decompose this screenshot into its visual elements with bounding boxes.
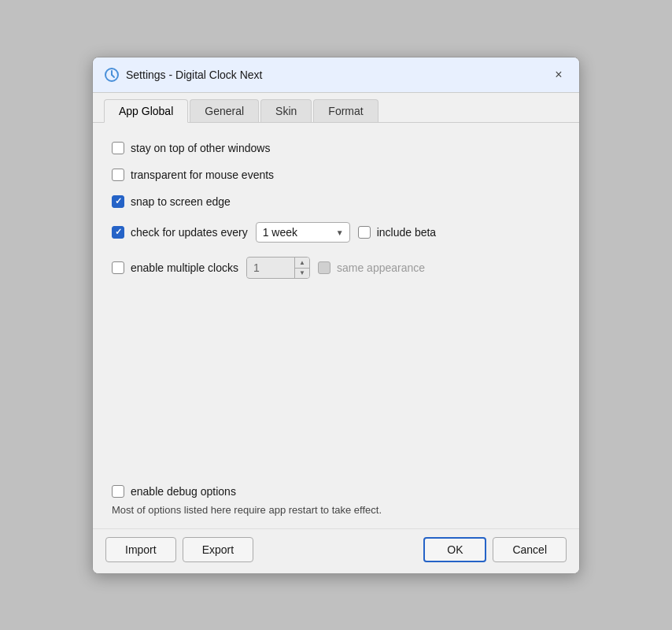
footer-section: enable debug options: [93, 485, 579, 498]
multiple-clocks-row: enable multiple clocks ▲ ▼ same appearan…: [112, 257, 560, 279]
tab-skin[interactable]: Skin: [260, 99, 312, 122]
debug-checkbox[interactable]: [112, 485, 124, 498]
spinner-down-button[interactable]: ▼: [295, 268, 309, 278]
check-updates-checkbox-wrapper[interactable]: check for updates every: [112, 226, 248, 239]
title-bar: Settings - Digital Clock Next ×: [93, 57, 579, 93]
tab-format[interactable]: Format: [313, 99, 378, 122]
title-bar-left: Settings - Digital Clock Next: [104, 67, 263, 83]
clock-icon: [104, 67, 120, 83]
ok-button[interactable]: OK: [423, 537, 486, 562]
multiple-clocks-checkbox[interactable]: [112, 261, 124, 274]
snap-to-edge-row: snap to screen edge: [112, 195, 560, 208]
export-button[interactable]: Export: [183, 537, 253, 562]
cancel-button[interactable]: Cancel: [493, 537, 567, 562]
stay-on-top-checkbox[interactable]: [112, 142, 124, 154]
transparent-mouse-row: transparent for mouse events: [112, 169, 560, 181]
transparent-mouse-checkbox[interactable]: [112, 169, 124, 181]
updates-interval-dropdown[interactable]: 1 week 1 day 3 days 2 weeks 1 month: [256, 222, 350, 243]
spinner-up-button[interactable]: ▲: [295, 258, 309, 268]
snap-to-edge-checkbox[interactable]: [112, 195, 124, 208]
restart-notice: Most of options listed here require app …: [93, 504, 579, 516]
button-bar-right: OK Cancel: [423, 537, 567, 562]
stay-on-top-row: stay on top of other windows: [112, 142, 560, 154]
same-appearance-checkbox: [318, 261, 330, 274]
import-button[interactable]: Import: [105, 537, 176, 562]
svg-line-2: [112, 75, 114, 77]
multiple-clocks-label: enable multiple clocks: [131, 261, 238, 274]
same-appearance-label: same appearance: [337, 261, 425, 274]
transparent-mouse-checkbox-wrapper[interactable]: transparent for mouse events: [112, 169, 274, 181]
debug-checkbox-wrapper[interactable]: enable debug options: [112, 485, 236, 498]
snap-to-edge-label: snap to screen edge: [131, 195, 231, 208]
dialog-title: Settings - Digital Clock Next: [126, 69, 263, 81]
check-updates-checkbox[interactable]: [112, 226, 124, 239]
include-beta-checkbox[interactable]: [358, 226, 371, 239]
snap-to-edge-checkbox-wrapper[interactable]: snap to screen edge: [112, 195, 231, 208]
clock-count-input[interactable]: [247, 258, 294, 277]
debug-options-row: enable debug options: [112, 485, 560, 498]
include-beta-checkbox-wrapper[interactable]: include beta: [358, 226, 437, 239]
transparent-mouse-label: transparent for mouse events: [131, 169, 274, 181]
close-button[interactable]: ×: [549, 65, 568, 84]
check-updates-row: check for updates every 1 week 1 day 3 d…: [112, 222, 560, 243]
button-bar: Import Export OK Cancel: [93, 528, 579, 573]
tab-content: stay on top of other windows transparent…: [93, 123, 579, 485]
check-updates-label: check for updates every: [131, 226, 248, 239]
stay-on-top-label: stay on top of other windows: [131, 142, 270, 154]
content-spacer: [112, 293, 560, 419]
clock-count-spinner: ▲ ▼: [246, 257, 310, 279]
settings-dialog: Settings - Digital Clock Next × App Glob…: [92, 57, 580, 574]
stay-on-top-checkbox-wrapper[interactable]: stay on top of other windows: [112, 142, 270, 154]
updates-interval-container: 1 week 1 day 3 days 2 weeks 1 month ▼: [256, 222, 350, 243]
tab-app-global[interactable]: App Global: [104, 99, 188, 123]
spinner-controls: ▲ ▼: [294, 258, 309, 278]
multiple-clocks-checkbox-wrapper[interactable]: enable multiple clocks: [112, 261, 238, 274]
debug-label: enable debug options: [131, 485, 236, 498]
button-bar-left: Import Export: [105, 537, 253, 562]
tab-general[interactable]: General: [190, 99, 259, 122]
same-appearance-checkbox-wrapper: same appearance: [318, 261, 425, 274]
tab-bar: App Global General Skin Format: [93, 93, 579, 123]
include-beta-label: include beta: [377, 226, 437, 239]
